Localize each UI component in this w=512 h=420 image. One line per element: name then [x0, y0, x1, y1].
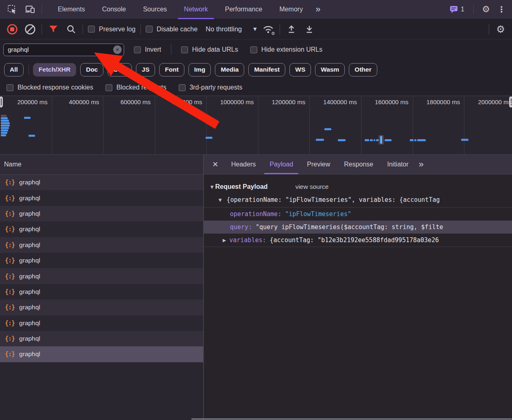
filter-chip-css[interactable]: CSS	[107, 63, 132, 77]
blocked-cookies-label: Blocked response cookies	[18, 84, 93, 91]
network-overview-timeline[interactable]: 200000 ms400000 ms600000 ms800000 ms1000…	[0, 96, 512, 155]
payload-properties: operationName: "ipFlowTimeseries" query:…	[204, 207, 512, 247]
filter-chip-manifest[interactable]: Manifest	[248, 63, 285, 77]
timeline-request-bar	[1, 120, 9, 122]
json-braces-icon: {:}	[5, 210, 15, 217]
payload-property-row[interactable]: query: "query ipFlowTimeseries($accountT…	[204, 221, 512, 234]
inspect-element-icon[interactable]	[5, 2, 20, 17]
devtools-right-controls: 1 ⚙ ⋮	[446, 2, 512, 17]
request-row[interactable]: {:}graphql	[0, 268, 203, 284]
blocked-cookies-option: Blocked response cookies	[7, 84, 93, 91]
throttling-value: No throttling	[206, 25, 242, 33]
timeline-tick-label: 800000 ms	[153, 98, 202, 105]
request-row[interactable]: {:}graphql	[0, 190, 203, 206]
filter-chip-media[interactable]: Media	[215, 63, 244, 77]
request-row[interactable]: {:}graphql	[0, 331, 203, 346]
tab-sources[interactable]: Sources	[134, 0, 175, 19]
filter-chip-img[interactable]: Img	[188, 63, 211, 77]
clear-filter-icon[interactable]: ✕	[113, 46, 122, 54]
payload-property-row[interactable]: ▶ variables: {accountTag: "b12e3b2192ee5…	[204, 234, 512, 247]
preserve-log-checkbox[interactable]	[88, 26, 95, 33]
property-value: {accountTag: "b12e3b2192ee5588fdad995178…	[270, 236, 439, 244]
filter-funnel-icon[interactable]	[47, 23, 60, 36]
timeline-request-bar	[1, 129, 8, 131]
request-row[interactable]: {:}graphql	[0, 221, 203, 237]
filter-chip-fetch-xhr[interactable]: Fetch/XHR	[33, 63, 76, 77]
issues-button[interactable]: 1	[446, 2, 468, 17]
request-row[interactable]: {:}graphql	[0, 284, 203, 300]
request-row[interactable]: {:}graphql	[0, 206, 203, 221]
timeline-tick-label: 1000000 ms	[204, 98, 254, 105]
payload-property-row[interactable]: operationName: "ipFlowTimeseries"	[204, 208, 512, 221]
tab-network[interactable]: Network	[175, 0, 217, 19]
request-row[interactable]: {:}graphql	[0, 253, 203, 268]
detail-tab-response[interactable]: Response	[337, 155, 380, 174]
tab-console[interactable]: Console	[94, 0, 135, 19]
request-name: graphql	[19, 319, 40, 327]
filter-chip-wasm[interactable]: Wasm	[315, 63, 345, 77]
tab-memory[interactable]: Memory	[271, 0, 311, 19]
timeline-request-bar	[338, 139, 346, 141]
name-column-header[interactable]: Name	[0, 155, 203, 175]
hide-extension-urls-label: Hide extension URLs	[261, 46, 322, 53]
request-row[interactable]: {:}graphql	[0, 175, 203, 190]
third-party-checkbox[interactable]	[179, 84, 186, 91]
third-party-label: 3rd-party requests	[190, 84, 243, 91]
more-tabs-icon[interactable]: »	[311, 4, 324, 15]
export-har-icon[interactable]	[303, 23, 316, 36]
import-har-icon[interactable]	[285, 23, 298, 36]
json-braces-icon: {:}	[5, 319, 15, 327]
request-name: graphql	[19, 225, 40, 233]
tab-performance[interactable]: Performance	[217, 0, 271, 19]
filter-chip-font[interactable]: Font	[159, 63, 184, 77]
hide-data-urls-label: Hide data URLs	[192, 46, 238, 53]
request-payload-section[interactable]: ▼ Request Payload view source	[204, 180, 512, 193]
timeline-request-bar	[414, 139, 416, 141]
blocked-requests-checkbox[interactable]	[105, 84, 112, 91]
throttling-dropdown[interactable]: No throttling ▼	[206, 25, 256, 33]
filter-chip-other[interactable]: Other	[349, 63, 377, 77]
record-stop-icon[interactable]	[6, 23, 19, 36]
filter-chip-js[interactable]: JS	[136, 63, 155, 77]
json-braces-icon: {:}	[5, 304, 15, 311]
devtools-tab-bar: ElementsConsoleSourcesNetworkPerformance…	[0, 0, 512, 19]
timeline-request-bar	[380, 136, 382, 144]
json-braces-icon: {:}	[5, 225, 15, 233]
blocked-cookies-checkbox[interactable]	[7, 84, 13, 91]
filter-chip-all[interactable]: All	[4, 63, 24, 77]
request-name: graphql	[19, 273, 40, 280]
network-conditions-icon[interactable]: ⚙	[262, 23, 275, 36]
request-row[interactable]: {:}graphql	[0, 237, 203, 253]
request-row[interactable]: {:}graphql	[0, 346, 203, 362]
request-row[interactable]: {:}graphql	[0, 315, 203, 331]
payload-root-row[interactable]: ▼ {operationName: "ipFlowTimeseries", va…	[204, 193, 512, 206]
detail-tab-headers[interactable]: Headers	[224, 155, 263, 174]
network-toolbar: Preserve log Disable cache No throttling…	[0, 19, 512, 39]
settings-gear-icon[interactable]: ⚙	[479, 2, 493, 17]
detail-tab-payload[interactable]: Payload	[263, 155, 300, 174]
request-name: graphql	[19, 304, 40, 311]
filter-chip-ws[interactable]: WS	[289, 63, 311, 77]
request-row[interactable]: {:}graphql	[0, 300, 203, 315]
detail-tab-preview[interactable]: Preview	[300, 155, 337, 174]
invert-checkbox[interactable]	[134, 46, 141, 53]
filter-chip-doc[interactable]: Doc	[80, 63, 103, 77]
search-icon[interactable]	[65, 23, 78, 36]
view-source-link[interactable]: view source	[295, 183, 329, 190]
device-toolbar-icon[interactable]	[23, 2, 37, 17]
detail-tab-initiator[interactable]: Initiator	[380, 155, 415, 174]
hide-data-urls-checkbox[interactable]	[181, 46, 188, 53]
preserve-log-label: Preserve log	[99, 26, 136, 33]
divider	[473, 4, 474, 14]
more-detail-tabs-icon[interactable]: »	[416, 155, 426, 174]
disable-cache-checkbox[interactable]	[146, 26, 153, 33]
hide-extension-urls-checkbox[interactable]	[250, 46, 257, 53]
kebab-menu-icon[interactable]: ⋮	[494, 2, 509, 17]
close-details-icon[interactable]: ✕	[206, 155, 224, 174]
timeline-request-bar	[1, 122, 10, 124]
clear-log-icon[interactable]	[24, 23, 37, 36]
network-settings-gear-icon[interactable]: ⚙	[494, 23, 507, 36]
timeline-tick-label: 200000 ms	[0, 98, 48, 105]
filter-input[interactable]	[3, 44, 124, 56]
tab-elements[interactable]: Elements	[49, 0, 94, 19]
